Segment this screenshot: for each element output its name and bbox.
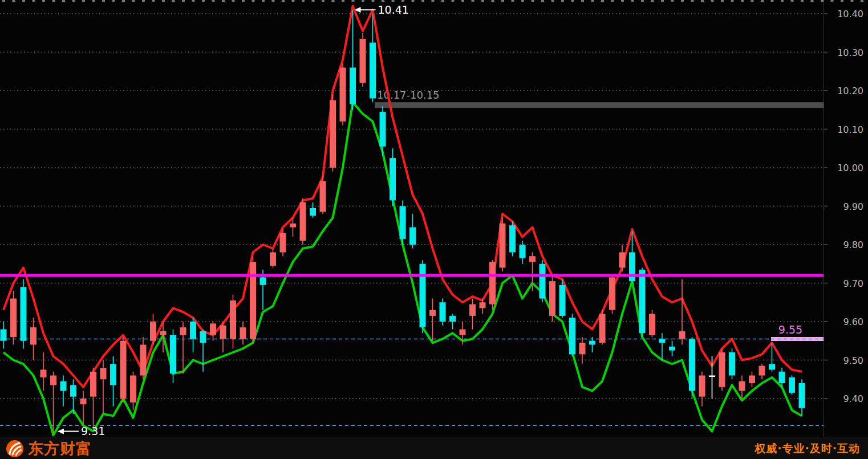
top-tick-mark (352, 0, 355, 2)
top-tick-mark (771, 0, 774, 2)
top-tick-mark (292, 0, 295, 2)
top-tick-mark (172, 0, 175, 2)
candle-body (659, 339, 666, 343)
top-tick-mark (2, 0, 5, 2)
top-tick-mark (72, 0, 75, 2)
candle-body (400, 206, 406, 239)
candle-body (370, 43, 376, 99)
top-tick-mark (22, 0, 25, 2)
candle-body (669, 347, 675, 351)
price-tick-label: 9.80 (843, 239, 863, 250)
candle-body (460, 330, 466, 335)
annotation-label: 9.31 (81, 425, 105, 437)
top-tick-mark (342, 0, 344, 2)
top-tick-mark (532, 0, 534, 2)
gap-zone (375, 102, 824, 108)
top-tick-mark (741, 0, 744, 2)
candle-body (759, 366, 765, 376)
candle-body (679, 331, 686, 339)
top-tick-mark (162, 0, 165, 2)
candle-body (240, 327, 246, 339)
candle-body (509, 225, 516, 252)
candle-body (480, 302, 486, 308)
candle-body (420, 264, 426, 327)
top-tick-mark (841, 0, 843, 2)
candle-body (579, 343, 586, 354)
candle-body (469, 304, 476, 316)
top-tick-mark (651, 0, 654, 2)
support-level-label: 9.55 (778, 323, 802, 336)
top-tick-mark (591, 0, 594, 2)
top-tick-mark (82, 0, 85, 2)
top-tick-mark (192, 0, 195, 2)
top-tick-mark (401, 0, 404, 2)
candle-body (50, 376, 56, 385)
candle-body (520, 245, 526, 258)
candle-body (230, 300, 236, 339)
candle-body (10, 299, 17, 338)
top-tick-mark (421, 0, 424, 2)
top-tick-mark (621, 0, 624, 2)
top-tick-mark (861, 0, 863, 2)
candle-body (789, 377, 795, 393)
candle-body (340, 68, 346, 122)
candle-body (70, 385, 76, 396)
price-tick-label: 9.50 (843, 355, 863, 366)
candle-body (799, 383, 805, 408)
candle-body (60, 381, 67, 391)
candle-body (619, 253, 626, 268)
eastmoney-logo[interactable]: 东方财富 (6, 437, 92, 459)
candle-body (320, 181, 326, 212)
top-tick-mark (242, 0, 245, 2)
candlestick-chart[interactable]: 10.4010.3010.2010.1010.009.909.809.709.6… (0, 0, 868, 437)
top-tick-mark (262, 0, 265, 2)
top-tick-mark (481, 0, 484, 2)
price-tick-label: 10.00 (837, 163, 863, 173)
top-tick-mark (372, 0, 375, 2)
top-tick-mark (601, 0, 604, 2)
top-tick-mark (92, 0, 95, 2)
top-tick-mark (102, 0, 105, 2)
brand-name: 东方财富 (28, 437, 92, 459)
top-tick-mark (202, 0, 205, 2)
candle-body (280, 233, 286, 253)
candle-body (30, 327, 36, 344)
stock-chart-screen: 10.4010.3010.2010.1010.009.909.809.709.6… (0, 0, 868, 459)
top-tick-mark (62, 0, 65, 2)
price-tick-label: 9.90 (843, 201, 863, 212)
top-tick-mark (252, 0, 255, 2)
top-tick-mark (791, 0, 794, 2)
top-tick-mark (13, 0, 15, 2)
top-tick-mark (332, 0, 335, 2)
top-tick-mark (571, 0, 574, 2)
candle-body (779, 372, 785, 383)
top-tick-mark (681, 0, 684, 2)
candle-body (130, 376, 136, 403)
brand-slogan: 权威·专业·及时·互动 (755, 441, 860, 456)
candle-body (529, 256, 536, 262)
top-tick-mark (512, 0, 514, 2)
candle-body (409, 228, 416, 245)
eastmoney-logo-icon (6, 440, 24, 458)
price-tick-label: 9.40 (843, 393, 863, 404)
candle-body (449, 316, 456, 322)
candle-body (489, 262, 496, 304)
top-tick-mark (362, 0, 364, 2)
top-tick-mark (52, 0, 55, 2)
candle-body (559, 285, 566, 316)
top-tick-mark (42, 0, 45, 2)
annotation-label: 10.41 (378, 3, 409, 16)
candle-body (40, 369, 47, 377)
candle-body (390, 158, 396, 200)
candle-body (729, 352, 735, 376)
top-tick-mark (561, 0, 564, 2)
candle-body (250, 262, 256, 339)
top-tick-mark (142, 0, 145, 2)
candle-body (609, 277, 615, 310)
top-tick-mark (551, 0, 554, 2)
candle-body (330, 100, 336, 168)
top-tick-mark (432, 0, 435, 2)
candle-body (360, 39, 366, 83)
top-tick-mark (441, 0, 444, 2)
candle-body (110, 364, 116, 385)
